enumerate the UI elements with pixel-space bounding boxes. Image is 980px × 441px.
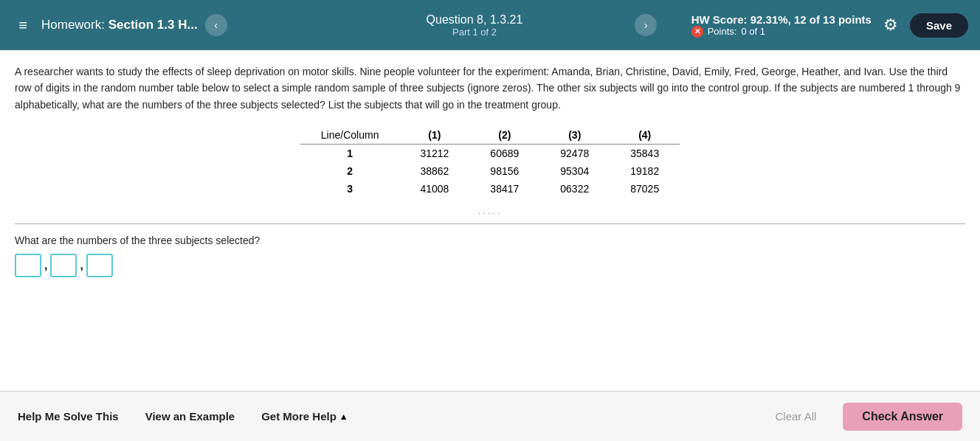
check-answer-button[interactable]: Check Answer (843, 403, 962, 431)
chevron-right-icon: › (644, 19, 648, 31)
answer-input-1[interactable] (15, 254, 41, 277)
header-left: ≡ Homework: Section 1.3 H... ‹ (12, 14, 314, 36)
random-number-table: Line/Column (1) (2) (3) (4) 131212606899… (300, 126, 680, 198)
table-divider (15, 223, 965, 224)
header: ≡ Homework: Section 1.3 H... ‹ Question … (0, 0, 980, 50)
get-more-help-button[interactable]: Get More Help (261, 410, 337, 423)
help-me-solve-button[interactable]: Help Me Solve This (18, 410, 119, 423)
points-error-icon: ✕ (691, 26, 703, 38)
footer: Help Me Solve This View an Example Get M… (0, 391, 980, 441)
table-header-col1: (1) (399, 126, 469, 145)
homework-label: Homework: Section 1.3 H... (41, 18, 198, 32)
table-row: 238862981569530419182 (300, 162, 680, 180)
answer-inputs: , , (15, 254, 965, 277)
gear-icon: ⚙ (883, 15, 898, 34)
get-more-help-container: Get More Help ▲ (261, 410, 348, 423)
hamburger-icon: ≡ (18, 17, 27, 34)
homework-title: Section 1.3 H... (108, 18, 198, 32)
settings-button[interactable]: ⚙ (883, 15, 898, 35)
table-cell-line: 3 (300, 180, 400, 198)
hamburger-button[interactable]: ≡ (12, 14, 34, 36)
answer-section: What are the numbers of the three subjec… (15, 235, 965, 277)
hw-score: HW Score: 92.31%, 12 of 13 points (691, 13, 872, 26)
table-header-line-col: Line/Column (300, 126, 400, 145)
table-cell-c4: 87025 (610, 180, 680, 198)
table-cell-line: 2 (300, 162, 400, 180)
table-cell-c2: 38417 (469, 180, 539, 198)
part-label: Part 1 of 2 (452, 27, 497, 38)
table-cell-c3: 06322 (539, 180, 610, 198)
answer-input-2[interactable] (50, 254, 77, 277)
score-block: HW Score: 92.31%, 12 of 13 points ✕ Poin… (691, 13, 872, 38)
table-cell-c2: 60689 (469, 145, 539, 163)
answer-input-3[interactable] (86, 254, 113, 277)
table-cell-c4: 19182 (610, 162, 680, 180)
chevron-left-icon: ‹ (214, 19, 218, 31)
prev-question-button[interactable]: ‹ (205, 14, 227, 36)
chevron-up-icon: ▲ (339, 412, 348, 422)
header-right: HW Score: 92.31%, 12 of 13 points ✕ Poin… (666, 13, 968, 38)
question-label: Question 8, 1.3.21 (427, 13, 523, 27)
next-question-button[interactable]: › (635, 14, 657, 36)
clear-all-button[interactable]: Clear All (775, 410, 816, 423)
table-header-col4: (4) (610, 126, 680, 145)
answer-question: What are the numbers of the three subjec… (15, 235, 965, 246)
points-line: ✕ Points: 0 of 1 (691, 26, 872, 38)
table-cell-c4: 35843 (610, 145, 680, 163)
comma-2: , (80, 259, 83, 272)
header-center: Question 8, 1.3.21 Part 1 of 2 (323, 13, 626, 38)
table-cell-c1: 38862 (399, 162, 469, 180)
comma-1: , (44, 259, 47, 272)
table-row: 131212606899247835843 (300, 145, 680, 163)
table-dots: ..... (477, 205, 502, 216)
table-header-col3: (3) (539, 126, 610, 145)
table-cell-line: 1 (300, 145, 400, 163)
table-cell-c1: 41008 (399, 180, 469, 198)
table-row: 341008384170632287025 (300, 180, 680, 198)
view-example-button[interactable]: View an Example (145, 410, 235, 423)
table-cell-c3: 95304 (539, 162, 610, 180)
save-button[interactable]: Save (910, 13, 968, 38)
problem-text: A researcher wants to study the effects … (15, 63, 965, 113)
table-wrapper: Line/Column (1) (2) (3) (4) 131212606899… (15, 126, 965, 216)
table-cell-c3: 92478 (539, 145, 610, 163)
table-cell-c1: 31212 (399, 145, 469, 163)
table-cell-c2: 98156 (469, 162, 539, 180)
main-content: A researcher wants to study the effects … (0, 50, 980, 391)
table-header-col2: (2) (469, 126, 539, 145)
